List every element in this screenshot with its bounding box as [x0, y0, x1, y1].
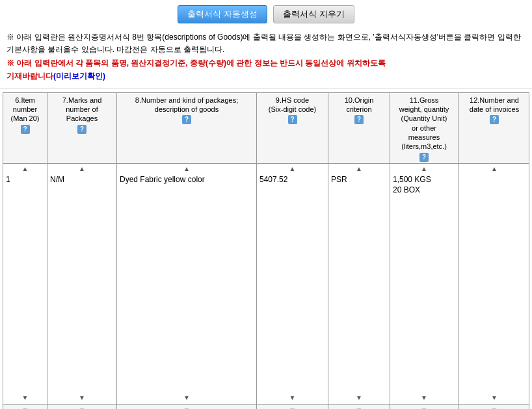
col6-header-text: 6.Itemnumber(Man 20) [10, 96, 39, 124]
footer-col11[interactable]: ▼ [390, 405, 459, 409]
col6-help[interactable]: ? [21, 125, 30, 134]
scroll-up-col6[interactable]: ▲ [6, 165, 44, 174]
scroll-up-col7[interactable]: ▲ [50, 165, 114, 174]
header-col12: 12.Number anddate of invoices ? [459, 93, 530, 163]
cell-col12[interactable]: ▲ ▼ [459, 164, 530, 404]
col9-header-text: 9.HS code(Six-digit code) [269, 96, 316, 114]
clear-button[interactable]: 출력서식 지우기 [273, 5, 354, 23]
notice-line2-suffix: 기재바랍니다 [7, 72, 53, 81]
col10-help[interactable]: ? [354, 115, 364, 124]
header-col11: 11.Grossweight, quantity(Quantity Unit)o… [390, 93, 459, 163]
col10-header-text: 10.Origincriterion [345, 96, 374, 114]
generate-button[interactable]: 출력서식 자동생성 [178, 5, 267, 23]
scroll-down-col10[interactable]: ▼ [331, 394, 387, 403]
data-row: ▲ 1 ▼ ▲ N/M ▼ ▲ Dyed Fabric yellow color… [3, 164, 529, 404]
scroll-up-col11[interactable]: ▲ [393, 165, 455, 174]
header-row: 6.Itemnumber(Man 20) ? 7.Marks andnumber… [3, 93, 529, 164]
cell-col8-content: Dyed Fabric yellow color [120, 174, 254, 394]
scroll-down-col7[interactable]: ▼ [50, 394, 114, 403]
col11-header-text: 11.Grossweight, quantity(Quantity Unit)o… [399, 96, 449, 152]
col7-help[interactable]: ? [77, 125, 86, 134]
top-buttons: 출력서식 자동생성 출력서식 지우기 [0, 0, 532, 27]
cell-col7[interactable]: ▲ N/M ▼ [47, 164, 117, 404]
cell-col6[interactable]: ▲ 1 ▼ [3, 164, 47, 404]
scroll-down-col11[interactable]: ▼ [393, 394, 455, 403]
footer-col9[interactable]: ▼ [257, 405, 328, 409]
scroll-up-col10[interactable]: ▲ [331, 165, 387, 174]
footer-col8[interactable]: ▼ [117, 405, 257, 409]
cell-col8[interactable]: ▲ Dyed Fabric yellow color ▼ [117, 164, 257, 404]
col9-help[interactable]: ? [288, 115, 297, 124]
header-col8: 8.Number and kind of packages;descriptio… [117, 93, 257, 163]
table-container: 6.Itemnumber(Man 20) ? 7.Marks andnumber… [3, 92, 529, 409]
col8-header-text: 8.Number and kind of packages;descriptio… [135, 96, 238, 114]
header-col6: 6.Itemnumber(Man 20) ? [3, 93, 47, 163]
footer-col12[interactable]: ▼ [459, 405, 530, 409]
cell-col9[interactable]: ▲ 5407.52 ▼ [257, 164, 328, 404]
header-col7: 7.Marks andnumber ofPackages ? [47, 93, 117, 163]
cell-col10[interactable]: ▲ PSR ▼ [328, 164, 390, 404]
footer-col10[interactable]: ▼ [328, 405, 390, 409]
scroll-up-col9[interactable]: ▲ [259, 165, 325, 174]
col7-header-text: 7.Marks andnumber ofPackages [62, 96, 102, 124]
header-col10: 10.Origincriterion ? [328, 93, 390, 163]
cell-col11[interactable]: ▲ 1,500 KGS20 BOX ▼ [390, 164, 459, 404]
notice-line1: ※ 아래 입력란은 원산지증명서서식 8번 항목(descriptions of… [7, 31, 525, 56]
cell-col9-content: 5407.52 [259, 174, 325, 394]
col12-header-text: 12.Number anddate of invoices [470, 96, 519, 114]
cell-col12-content [461, 174, 527, 394]
scroll-down-col6[interactable]: ▼ [6, 394, 44, 403]
scroll-down-col9[interactable]: ▼ [259, 394, 325, 403]
cell-col10-content: PSR [331, 174, 387, 394]
cell-col6-content: 1 [6, 174, 44, 394]
scroll-down-col12[interactable]: ▼ [461, 394, 527, 403]
scroll-down-col8[interactable]: ▼ [120, 394, 254, 403]
col8-help[interactable]: ? [182, 115, 191, 124]
cell-col11-content: 1,500 KGS20 BOX [393, 174, 455, 394]
notice-box: ※ 아래 입력란은 원산지증명서서식 8번 항목(descriptions of… [0, 27, 532, 88]
header-col9: 9.HS code(Six-digit code) ? [257, 93, 328, 163]
footer-row: ▼ ▼ ▼ ▼ ▼ ▼ ▼ [3, 404, 529, 409]
scroll-up-col12[interactable]: ▲ [461, 165, 527, 174]
notice-line2: ※ 아래 입력란에서 각 품목의 품명, 원산지결정기준, 중량(수량)에 관한… [7, 57, 525, 82]
scroll-up-col8[interactable]: ▲ [120, 165, 254, 174]
notice-preview-link[interactable]: (미리보기확인) [53, 72, 105, 81]
col12-help[interactable]: ? [490, 115, 499, 124]
col11-help[interactable]: ? [419, 153, 429, 162]
footer-col6[interactable]: ▼ [3, 405, 47, 409]
footer-col7[interactable]: ▼ [47, 405, 117, 409]
notice-line2-prefix: ※ 아래 입력란에서 각 품목의 품명, 원산지결정기준, 중량(수량)에 관한… [7, 59, 386, 68]
cell-col7-content: N/M [50, 174, 114, 394]
